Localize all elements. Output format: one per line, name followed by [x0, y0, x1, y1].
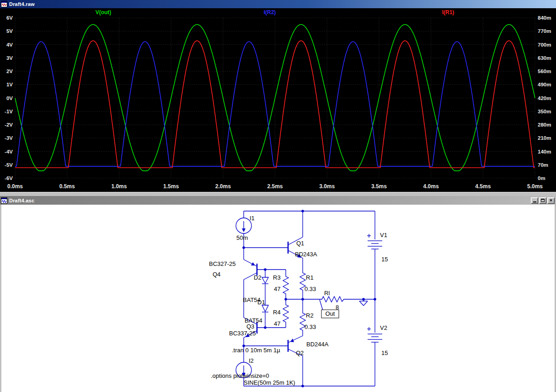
schematic-file-icon[interactable] — [1, 197, 7, 204]
trace-label-I(R1)[interactable]: I(R1) — [442, 9, 454, 16]
y-right-tick-label: 700m — [538, 42, 551, 48]
y-right-tick-label: 0m — [538, 175, 545, 181]
R4-value-label[interactable]: 47 — [274, 320, 280, 327]
resistor-R4[interactable] — [283, 302, 289, 324]
Q2-value-label[interactable]: BD244A — [306, 341, 329, 348]
y-right-tick-label: 350m — [538, 109, 551, 114]
schematic-window-title: Draft4.asc — [9, 198, 34, 203]
y-left-tick-label: -3V — [5, 135, 13, 141]
I2-name-label[interactable]: I2 — [249, 357, 254, 364]
D1-value-label[interactable]: BAT54 — [245, 317, 262, 324]
Q3-value-label[interactable]: BC337-25 — [229, 330, 256, 337]
close-icon: × — [550, 198, 552, 203]
R2-value-label[interactable]: 0.33 — [305, 323, 316, 330]
diode-D1[interactable] — [262, 305, 268, 312]
waveform-plot-area[interactable]: 6V840m5V770m4V700m3V630m2V560m1V490m0V42… — [0, 8, 556, 192]
waveform-file-icon[interactable] — [1, 1, 7, 7]
x-tick-label: 4.5ms — [475, 183, 491, 190]
y-left-tick-label: 0V — [6, 95, 13, 101]
close-button[interactable]: × — [547, 197, 555, 204]
I2-value-label[interactable]: SINE(50m 25m 1K) — [244, 379, 295, 386]
schematic-drawing[interactable]: I1 50m Q1 BD243A BC327-25 Q4 — [0, 205, 556, 392]
D1-name-label[interactable]: D1 — [257, 299, 265, 306]
restore-icon — [541, 199, 545, 202]
x-tick-label: 5.0ms — [527, 183, 543, 190]
out-label-text: Out — [326, 310, 335, 317]
ltspice-app: Draft4.raw 6V840m5V770m4V700m3V630m2V560… — [0, 0, 556, 392]
schematic-titlebar[interactable]: Draft4.asc × — [0, 196, 556, 205]
ground-icon[interactable] — [359, 301, 368, 306]
y-left-tick-label: 2V — [6, 69, 13, 74]
y-left-tick-label: 3V — [6, 55, 13, 61]
y-right-tick-label: 630m — [538, 55, 551, 61]
Rl-name-label[interactable]: Rl — [324, 290, 330, 297]
Q4-value-label[interactable]: BC327-25 — [209, 260, 236, 267]
I1-value-label[interactable]: 50m — [236, 234, 248, 241]
V2-value-label[interactable]: 15 — [381, 350, 388, 356]
y-left-tick-label: 1V — [6, 82, 13, 87]
R3-name-label[interactable]: R3 — [273, 274, 281, 281]
Q1-name-label[interactable]: Q1 — [296, 240, 304, 247]
y-left-tick-label: -2V — [5, 122, 13, 127]
trace-V(out)[interactable] — [15, 25, 535, 171]
y-right-tick-label: 70m — [538, 162, 548, 168]
x-tick-label: 4.0ms — [423, 183, 439, 190]
resistor-R3[interactable] — [283, 274, 289, 296]
waveform-titlebar[interactable]: Draft4.raw — [0, 0, 556, 8]
Q1-value-label[interactable]: BD243A — [295, 251, 317, 258]
I1-name-label[interactable]: I1 — [250, 215, 255, 222]
R3-value-label[interactable]: 47 — [274, 286, 280, 292]
minimize-icon — [533, 201, 536, 202]
y-left-tick-label: 5V — [6, 28, 13, 34]
y-right-tick-label: 420m — [538, 95, 551, 101]
x-tick-label: 1.5ms — [163, 183, 179, 190]
R1-value-label[interactable]: 0.33 — [305, 286, 316, 292]
x-tick-label: 3.0ms — [319, 183, 335, 190]
x-tick-label: 2.0ms — [215, 183, 231, 190]
window-divider — [0, 192, 556, 196]
trace-label-V(out)[interactable]: V(out) — [96, 9, 112, 16]
window-controls: × — [531, 197, 555, 204]
V2-name-label[interactable]: V2 — [380, 324, 387, 331]
window-border-left — [0, 205, 1, 392]
V1-name-label[interactable]: V1 — [380, 232, 387, 238]
R4-name-label[interactable]: R4 — [273, 309, 281, 316]
y-left-tick-label: -6V — [5, 175, 13, 181]
minimize-button[interactable] — [531, 197, 538, 204]
D2-name-label[interactable]: D2 — [254, 274, 262, 281]
Q4-name-label[interactable]: Q4 — [213, 271, 220, 278]
R2-name-label[interactable]: R2 — [306, 312, 314, 319]
y-left-tick-label: -1V — [5, 109, 13, 114]
directive-options[interactable]: .options plotwinsize=0 — [211, 372, 269, 379]
resistor-Rl[interactable] — [320, 297, 347, 302]
directive-tran[interactable]: .tran 0 10m 5m 1µ — [232, 347, 280, 354]
x-tick-label: 3.5ms — [371, 183, 387, 190]
y-left-tick-label: -5V — [5, 162, 13, 168]
y-right-tick-label: 770m — [538, 28, 551, 34]
trace-I(R1)[interactable] — [15, 41, 535, 168]
y-right-tick-label: 210m — [538, 135, 551, 141]
waveform-window-title: Draft4.raw — [9, 1, 35, 7]
x-tick-label: 0.0ms — [7, 183, 23, 190]
y-left-tick-label: 4V — [6, 42, 13, 48]
y-right-tick-label: 840m — [538, 15, 551, 21]
y-left-tick-label: -4V — [5, 149, 13, 154]
y-right-tick-label: 490m — [538, 82, 551, 87]
y-right-tick-label: 140m — [538, 149, 551, 154]
x-tick-label: 2.5ms — [267, 183, 283, 190]
current-source-I1[interactable] — [236, 218, 251, 233]
R1-name-label[interactable]: R1 — [306, 274, 314, 281]
x-tick-label: 1.0ms — [111, 183, 127, 190]
V1-value-label[interactable]: 15 — [381, 256, 388, 263]
x-tick-label: 0.5ms — [59, 183, 75, 190]
diode-D2[interactable] — [262, 277, 268, 284]
schematic-canvas[interactable]: I1 50m Q1 BD243A BC327-25 Q4 — [0, 205, 556, 392]
y-right-tick-label: 560m — [538, 69, 551, 74]
y-right-tick-label: 280m — [538, 122, 551, 127]
restore-button[interactable] — [539, 197, 546, 204]
Q2-name-label[interactable]: Q2 — [296, 350, 304, 356]
waveform-plot[interactable]: 6V840m5V770m4V700m3V630m2V560m1V490m0V42… — [0, 8, 556, 192]
y-left-tick-label: 6V — [6, 15, 13, 21]
trace-label-I(R2)[interactable]: I(R2) — [264, 9, 276, 16]
Q3-name-label[interactable]: Q3 — [246, 323, 254, 330]
